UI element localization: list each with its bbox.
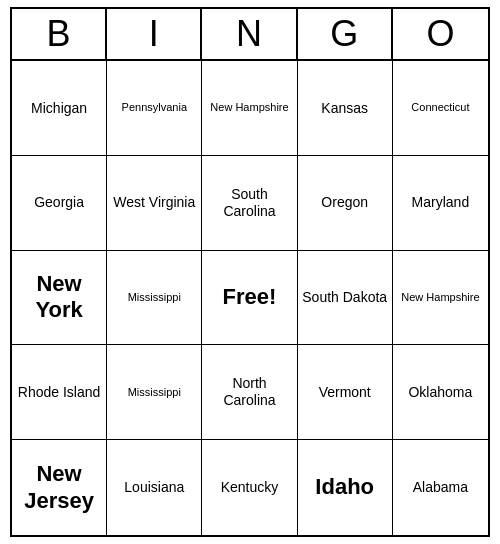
bingo-cell: Mississippi <box>107 251 202 346</box>
bingo-cell: Connecticut <box>393 61 488 156</box>
header-letter: I <box>107 9 202 59</box>
header-letter: N <box>202 9 297 59</box>
bingo-cell: New York <box>12 251 107 346</box>
bingo-cell: Vermont <box>298 345 393 440</box>
bingo-cell: New Hampshire <box>393 251 488 346</box>
bingo-cell: Idaho <box>298 440 393 535</box>
bingo-header: BINGO <box>12 9 488 61</box>
bingo-cell: South Carolina <box>202 156 297 251</box>
bingo-cell: South Dakota <box>298 251 393 346</box>
bingo-cell: Mississippi <box>107 345 202 440</box>
header-letter: O <box>393 9 488 59</box>
bingo-cell: Michigan <box>12 61 107 156</box>
bingo-cell: Oregon <box>298 156 393 251</box>
bingo-card: BINGO MichiganPennsylvaniaNew HampshireK… <box>10 7 490 537</box>
bingo-grid: MichiganPennsylvaniaNew HampshireKansasC… <box>12 61 488 535</box>
bingo-cell: Georgia <box>12 156 107 251</box>
bingo-cell: Maryland <box>393 156 488 251</box>
bingo-cell: West Virginia <box>107 156 202 251</box>
bingo-cell: Kansas <box>298 61 393 156</box>
bingo-cell: Louisiana <box>107 440 202 535</box>
bingo-cell: Kentucky <box>202 440 297 535</box>
bingo-cell: Rhode Island <box>12 345 107 440</box>
header-letter: B <box>12 9 107 59</box>
bingo-cell: North Carolina <box>202 345 297 440</box>
bingo-cell: Alabama <box>393 440 488 535</box>
bingo-cell: Free! <box>202 251 297 346</box>
bingo-cell: New Jersey <box>12 440 107 535</box>
header-letter: G <box>298 9 393 59</box>
bingo-cell: Pennsylvania <box>107 61 202 156</box>
bingo-cell: Oklahoma <box>393 345 488 440</box>
bingo-cell: New Hampshire <box>202 61 297 156</box>
